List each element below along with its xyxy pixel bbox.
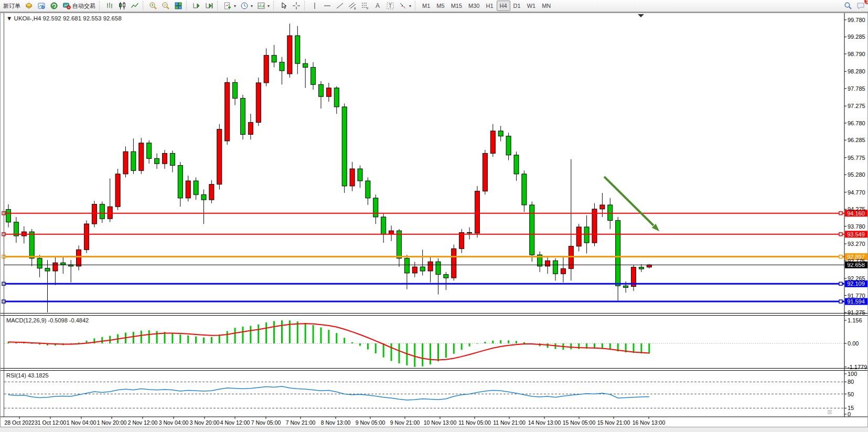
arrows-dropdown-icon[interactable]: ▾ bbox=[409, 4, 411, 8]
crosshair-tool-button[interactable] bbox=[290, 1, 303, 11]
hline-right-handle[interactable] bbox=[839, 282, 842, 285]
candle-body bbox=[248, 122, 253, 134]
chart-canvas[interactable]: 94.16093.54992.89792.10991.59492.65899.7… bbox=[0, 12, 868, 432]
new-order-button[interactable]: 新订单 bbox=[1, 1, 23, 11]
candle-body bbox=[522, 174, 527, 205]
candle-body bbox=[170, 153, 175, 165]
time-axis-label: 31 Oct 12:00 bbox=[35, 419, 66, 426]
candle-body bbox=[342, 107, 347, 186]
candle-body bbox=[178, 165, 183, 198]
timeframe-h4-button[interactable]: H4 bbox=[497, 1, 510, 11]
candle-body bbox=[514, 155, 519, 174]
rsi-axis-label: 50 bbox=[848, 391, 854, 397]
market-watch-icon bbox=[25, 2, 33, 10]
candle-body bbox=[100, 204, 104, 219]
candle-body bbox=[147, 143, 152, 159]
templates-button[interactable]: ▾ bbox=[255, 1, 272, 11]
autotrading-button[interactable]: 自动交易 bbox=[60, 1, 98, 11]
candle-body bbox=[600, 205, 605, 209]
horizontal-line-tool-button[interactable] bbox=[321, 1, 334, 11]
price-axis-label: 92.265 bbox=[848, 275, 865, 282]
price-axis-label: 98.790 bbox=[848, 51, 865, 57]
timeframe-w1-button[interactable]: W1 bbox=[524, 1, 539, 11]
candle-body bbox=[490, 131, 495, 154]
periods-dropdown-icon[interactable]: ▾ bbox=[251, 4, 253, 8]
candle-body bbox=[139, 143, 144, 171]
timeframe-m15-button[interactable]: M15 bbox=[448, 1, 465, 11]
price-axis-label: 99.285 bbox=[848, 34, 865, 40]
candle-body bbox=[444, 274, 448, 278]
time-axis-label: 28 Oct 2022 bbox=[4, 419, 34, 426]
time-axis-label: 10 Nov 13:00 bbox=[424, 419, 457, 426]
terminal-button[interactable] bbox=[48, 1, 60, 11]
fibonacci-tool-button[interactable]: F bbox=[359, 1, 371, 11]
candle-body bbox=[280, 62, 284, 71]
timeframe-m5-button[interactable]: M5 bbox=[433, 1, 447, 11]
chat-bubble-icon bbox=[856, 2, 865, 10]
line-chart-button[interactable] bbox=[128, 1, 141, 11]
time-axis-label: 9 Nov 21:00 bbox=[390, 419, 420, 426]
indicators-button[interactable]: ▾ bbox=[221, 1, 238, 11]
zoom-in-icon bbox=[149, 2, 157, 10]
search-button[interactable] bbox=[842, 1, 854, 11]
timeframe-h1-button[interactable]: H1 bbox=[483, 1, 496, 11]
candle-body bbox=[272, 55, 276, 62]
rsi-axis-label: 15 bbox=[848, 405, 854, 411]
time-axis-label: 2 Nov 12:00 bbox=[128, 419, 158, 426]
tile-windows-button[interactable] bbox=[172, 1, 185, 11]
toolbar-separator bbox=[99, 1, 102, 10]
navigator-button[interactable] bbox=[35, 1, 48, 11]
candle-body bbox=[452, 249, 456, 278]
candle-body bbox=[264, 55, 269, 83]
bar-chart-button[interactable] bbox=[103, 1, 116, 11]
indicators-dropdown-icon[interactable]: ▾ bbox=[234, 4, 236, 8]
time-axis-label: 7 Nov 05:00 bbox=[251, 419, 281, 426]
zoom-out-button[interactable] bbox=[159, 1, 172, 11]
timeframe-m30-button[interactable]: M30 bbox=[465, 1, 483, 11]
candle-body bbox=[404, 258, 409, 273]
cursor-icon bbox=[280, 2, 288, 10]
hline-right-handle[interactable] bbox=[839, 233, 842, 236]
timeframe-mn-button[interactable]: MN bbox=[539, 1, 554, 11]
candle-body bbox=[163, 153, 167, 164]
macd-label: MACD(12,26,9) -0.5098 -0.4842 bbox=[6, 317, 89, 323]
periods-button[interactable]: ▾ bbox=[238, 1, 255, 11]
chart-window-background bbox=[0, 12, 868, 432]
time-axis-label: 11 Nov 05:00 bbox=[458, 419, 491, 426]
rsi-axis-label: 0 bbox=[848, 411, 851, 417]
candle-body bbox=[53, 263, 58, 271]
cursor-tool-button[interactable] bbox=[277, 1, 290, 11]
toolbar-separator bbox=[415, 1, 417, 10]
arrows-tool-button[interactable]: ▾ bbox=[397, 1, 413, 11]
auto-scroll-button[interactable] bbox=[190, 1, 203, 11]
candle-body bbox=[553, 261, 558, 274]
text-label-icon: T bbox=[386, 2, 394, 10]
timeframe-m1-button[interactable]: M1 bbox=[419, 1, 433, 11]
text-label-tool-button[interactable]: T bbox=[384, 1, 397, 11]
candle-body bbox=[389, 231, 394, 234]
equidistant-channel-tool-button[interactable]: E bbox=[346, 1, 359, 11]
candle-body bbox=[311, 67, 316, 84]
time-axis-label: 8 Nov 13:00 bbox=[321, 419, 351, 426]
timeframe-d1-button[interactable]: D1 bbox=[510, 1, 524, 11]
vertical-line-tool-button[interactable] bbox=[308, 1, 321, 11]
hline-right-handle[interactable] bbox=[839, 255, 842, 258]
chart-shift-button[interactable] bbox=[203, 1, 216, 11]
chart-title: ▼ UKOil-,H4 92.592 92.681 92.553 92.658 bbox=[6, 15, 122, 21]
toolbar-separator bbox=[186, 1, 189, 10]
templates-dropdown-icon[interactable]: ▾ bbox=[267, 4, 270, 8]
bar-chart-icon bbox=[105, 2, 114, 10]
hline-right-handle[interactable] bbox=[839, 212, 842, 215]
market-watch-button[interactable] bbox=[23, 1, 35, 11]
hline-right-handle[interactable] bbox=[839, 300, 842, 303]
candle-body bbox=[420, 267, 425, 271]
trendline-tool-button[interactable] bbox=[334, 1, 346, 11]
zoom-in-button[interactable] bbox=[147, 1, 159, 11]
candle-body bbox=[616, 220, 620, 286]
time-axis-label: 1 Nov 04:00 bbox=[67, 419, 97, 426]
candle-body bbox=[209, 185, 214, 200]
candlestick-chart-button[interactable] bbox=[116, 1, 128, 11]
candle-body bbox=[397, 231, 402, 258]
text-tool-button[interactable]: A bbox=[371, 1, 384, 11]
candle-body bbox=[358, 169, 362, 181]
